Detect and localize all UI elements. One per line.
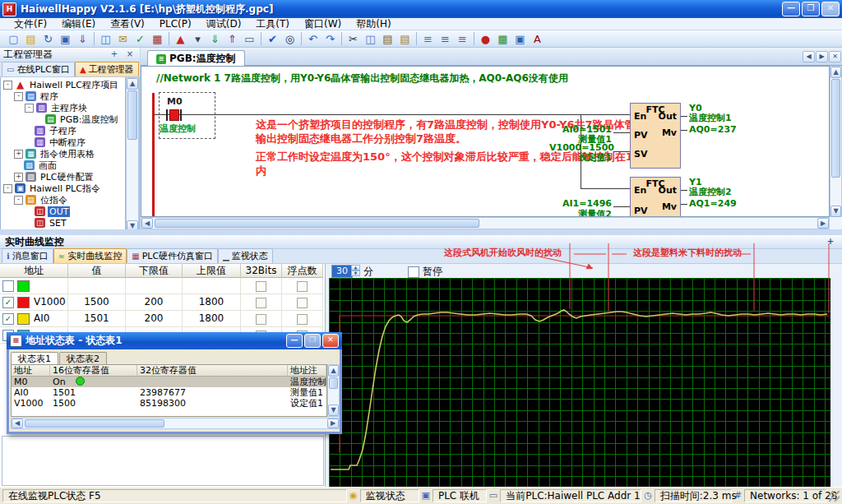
tab-status-table-2[interactable]: 状态表2 [59, 352, 107, 365]
status-column-header-2[interactable]: 32位寄存器值 [137, 365, 288, 377]
table-cell[interactable] [183, 278, 241, 294]
ftc-block-2[interactable]: FTC En PV Out Mv [630, 177, 681, 217]
insert-network-button[interactable]: ≡ [419, 30, 437, 47]
status-cell[interactable]: 1501 [50, 387, 137, 398]
tree-item-plc-[interactable]: +▧PLC硬件配置 [1, 171, 125, 183]
tree-toggle-icon[interactable]: - [3, 81, 12, 90]
menu-item-6[interactable]: 窗口(W) [297, 18, 349, 30]
bits32-checkbox[interactable] [256, 281, 266, 292]
status-cell[interactable]: 1500 [50, 398, 137, 409]
status-maximize-button[interactable]: ❐ [304, 334, 321, 348]
undo-button[interactable]: ↶ [304, 30, 322, 47]
status-cell[interactable]: 设定值1 [288, 398, 326, 409]
haiwell-logo-button[interactable]: ▲ [172, 30, 189, 47]
tree-item--[interactable]: -▥主程序块 [1, 102, 125, 113]
open-file-button[interactable]: ▤ [22, 30, 39, 47]
editor-tab-pgb[interactable]: ≡ PGB:温度控制 [147, 50, 245, 67]
verify-doc-button[interactable]: ✓ [132, 30, 149, 47]
close-panel-icon[interactable]: × [123, 49, 136, 61]
horizontal-splitter[interactable] [0, 229, 842, 235]
paste-special-button[interactable]: ▤ [396, 30, 414, 47]
status-table-vscrollbar[interactable]: ▲ ▼ [327, 364, 340, 417]
table-cell[interactable]: 1800 [183, 294, 241, 311]
tree-item--[interactable]: -▤程序 [1, 90, 125, 102]
status-cell[interactable]: On [50, 377, 137, 387]
tree-item-haiwell-plc-[interactable]: -▲Haiwell PLC程序项目 [1, 79, 125, 90]
status-cell[interactable]: V1000 [12, 398, 50, 409]
menu-item-2[interactable]: 查看(V) [103, 18, 152, 30]
tree-item--[interactable]: -▤位指令 [1, 194, 125, 206]
float-checkbox[interactable] [297, 314, 308, 325]
curve-color-swatch[interactable] [17, 297, 30, 308]
float-checkbox[interactable] [297, 281, 308, 292]
download-plc-button[interactable]: ⇓ [206, 30, 224, 47]
minutes-input[interactable]: 30 [331, 265, 353, 278]
tree-item-haiwell-plc-[interactable]: -▣Haiwell PLC指令 [1, 183, 125, 194]
status-cell[interactable]: 温度控制 [288, 377, 326, 387]
table-row-address-cell[interactable]: ✓AI0 [0, 311, 68, 327]
bits32-checkbox[interactable] [256, 314, 266, 325]
tab-project-manager[interactable]: ▲ 工程管理器 [75, 62, 139, 76]
curve-enable-checkbox[interactable]: ✓ [2, 297, 14, 308]
logo-dropdown-button[interactable]: ▾ [189, 30, 206, 47]
curve-color-swatch[interactable] [17, 313, 30, 325]
report-button[interactable]: ▦ [149, 30, 166, 47]
copy-button[interactable]: ◫ [362, 30, 379, 47]
table-row-address-cell[interactable]: ✓V1000 [0, 294, 68, 311]
online-window-button[interactable]: ▭ [241, 30, 258, 47]
ladder-editor-canvas[interactable]: //Network 1 7路温度控制，用Y0-Y6晶体管输出控制固态继电器加热，… [141, 66, 830, 217]
save-button[interactable]: ▣ [57, 30, 74, 47]
bits32-checkbox[interactable] [256, 298, 266, 308]
tree-item-pgb-[interactable]: ▤PGB:温度控制 [1, 113, 125, 125]
menu-item-0[interactable]: 文件(F) [7, 18, 54, 30]
column-header-5[interactable]: 浮点数 [282, 264, 323, 278]
close-button[interactable]: ✕ [821, 2, 840, 16]
table-cell[interactable] [68, 278, 126, 294]
table-cell[interactable]: 200 [126, 311, 183, 327]
copy-page-button[interactable]: ◫ [97, 30, 114, 47]
status-cell[interactable]: M0 [12, 377, 50, 387]
status-table-hscrollbar[interactable]: ◀ ▶ [11, 418, 340, 429]
redo-button[interactable]: ↷ [322, 30, 339, 47]
pause-checkbox[interactable] [408, 266, 419, 278]
status-cell[interactable]: AI0 [12, 387, 50, 398]
tab-status-table-1[interactable]: 状态表1 [11, 352, 58, 365]
tree-toggle-icon[interactable]: + [14, 150, 23, 159]
float-checkbox[interactable] [297, 298, 308, 308]
font-button[interactable]: A [529, 30, 546, 47]
tree-item-set[interactable]: ◫SET [1, 217, 125, 229]
status-column-header-3[interactable]: 地址注释 [288, 365, 326, 377]
table-cell[interactable]: 1800 [183, 311, 241, 327]
find-button[interactable]: ◎ [281, 30, 298, 47]
minutes-stepper[interactable]: ▲▼ [351, 265, 360, 276]
editor-horizontal-scrollbar[interactable]: ◀ ▶ [141, 217, 830, 229]
restore-button[interactable]: ❐ [802, 2, 820, 16]
resize-grip[interactable] [829, 491, 840, 502]
status-cell[interactable]: 测量值1 [288, 387, 326, 398]
menu-item-5[interactable]: 工具(T) [248, 18, 297, 30]
status-minimize-button[interactable]: — [286, 334, 303, 348]
status-cell[interactable]: 23987677 [137, 387, 288, 398]
network-config-button[interactable]: ▦ [494, 30, 511, 47]
table-cell[interactable] [126, 278, 183, 294]
send-button[interactable]: ✉ [114, 30, 132, 47]
column-header-1[interactable]: 值 [68, 264, 126, 278]
cut-button[interactable]: ✂ [345, 30, 362, 47]
status-cell[interactable] [137, 377, 288, 387]
tree-toggle-icon[interactable]: - [14, 92, 23, 101]
menu-item-1[interactable]: 编辑(E) [54, 18, 103, 30]
address-status-window[interactable]: ▦ 地址状态表 - 状态表1 — ❐ ✕ 状态表1 状态表2 地址16位寄存器值… [7, 332, 342, 434]
column-header-2[interactable]: 下限值 [126, 264, 183, 278]
stop-button[interactable]: ● [477, 30, 494, 47]
menu-item-3[interactable]: PLC(P) [152, 18, 199, 30]
syntax-check-button[interactable]: ✔ [264, 30, 281, 47]
tree-item--[interactable]: ▥中断程序 [1, 136, 125, 148]
table-row-address-cell[interactable] [0, 278, 68, 294]
tree-item--[interactable]: ▥子程序 [1, 125, 125, 136]
status-column-header-1[interactable]: 16位寄存器值 [50, 365, 137, 377]
import-button[interactable]: ⇓ [74, 30, 91, 47]
title-bar[interactable]: H HaiwellHappy V2.1.6 [E:\hp\挤塑机控制程序.gpc… [0, 0, 842, 18]
tab-online-plc-window[interactable]: ▭ 在线PLC窗口 [2, 62, 75, 76]
column-header-0[interactable]: 地址 [0, 264, 68, 278]
tree-toggle-icon[interactable]: - [14, 196, 23, 205]
